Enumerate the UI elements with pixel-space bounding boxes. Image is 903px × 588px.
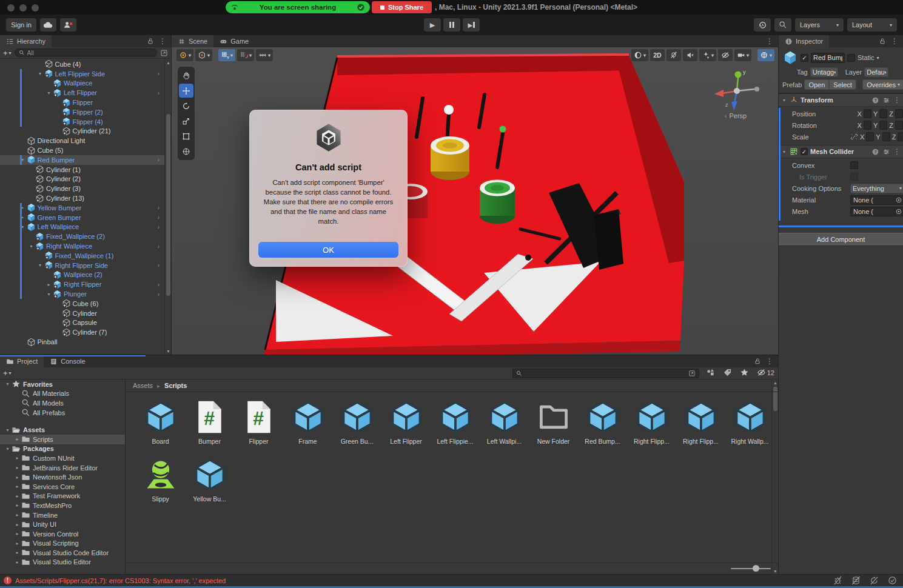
- expander-icon[interactable]: ▾: [4, 446, 12, 452]
- rotate-tool-button[interactable]: [179, 99, 193, 113]
- audio-off-icon[interactable]: [683, 49, 697, 61]
- layers-dropdown[interactable]: Layers▾: [795, 18, 844, 32]
- help-icon[interactable]: ?: [871, 96, 879, 104]
- axis-field-z[interactable]: [895, 121, 903, 130]
- status-bar[interactable]: ! Assets/Scripts/Flipper.cs(21,7): error…: [0, 574, 903, 586]
- asset-slippy[interactable]: Slippy: [136, 455, 185, 512]
- expander-icon[interactable]: ▾: [45, 90, 53, 96]
- hierarchy-item-capsule[interactable]: Capsule: [0, 318, 165, 328]
- button-2d[interactable]: 2D: [650, 49, 665, 61]
- search-by-label-icon[interactable]: [723, 368, 732, 377]
- asset-new-folder[interactable]: New Folder: [529, 397, 578, 455]
- hierarchy-item-left-wallpiece[interactable]: ▾Left Wallpiece›: [0, 222, 165, 232]
- projection-mode-label[interactable]: ‹Persp: [707, 112, 765, 119]
- cache-server-off-icon[interactable]: [851, 576, 861, 585]
- prefab-open-arrow[interactable]: ›: [158, 204, 159, 211]
- expander-icon[interactable]: ▸: [13, 522, 21, 527]
- expander-icon[interactable]: ▸: [45, 282, 53, 287]
- minimize-window-button[interactable]: [19, 4, 27, 12]
- scrollbar-thumb[interactable]: [166, 114, 170, 296]
- ok-button[interactable]: OK: [258, 242, 398, 258]
- project-tree-item-assets[interactable]: ▾Assets: [0, 425, 125, 435]
- component-menu-icon[interactable]: ⋮: [893, 147, 901, 156]
- hierarchy-item-flipper-4[interactable]: Flipper (4): [0, 117, 165, 127]
- expander-icon[interactable]: ▸: [13, 475, 21, 480]
- tab-game[interactable]: Game: [213, 35, 255, 47]
- bug-off-icon[interactable]: [833, 576, 842, 585]
- pan-tool-button[interactable]: [179, 68, 193, 82]
- asset-board[interactable]: Board: [136, 397, 185, 455]
- axis-field-x[interactable]: [866, 132, 874, 141]
- project-tree-item-all-prefabs[interactable]: All Prefabs: [0, 408, 125, 418]
- panel-menu-icon[interactable]: ⋮: [891, 37, 898, 45]
- favorites-star-icon[interactable]: [740, 368, 749, 377]
- expander-icon[interactable]: ▾: [4, 427, 12, 433]
- tab-project[interactable]: Project: [0, 355, 44, 367]
- object-field-material[interactable]: None (: [850, 195, 903, 205]
- object-picker-icon[interactable]: [895, 196, 902, 204]
- project-tree-item-scripts[interactable]: ▸Scripts: [0, 435, 125, 444]
- asset-bumper[interactable]: #Bumper: [185, 397, 234, 455]
- object-picker-icon[interactable]: [895, 208, 902, 215]
- lighting-off-icon[interactable]: [666, 49, 681, 61]
- expander-icon[interactable]: ▸: [13, 503, 21, 508]
- project-tree-item-visual-studio-editor[interactable]: ▸Visual Studio Editor: [0, 558, 125, 567]
- stop-share-button[interactable]: Stop Share: [372, 1, 432, 13]
- hierarchy-item-wallpiece-2[interactable]: Wallpiece (2): [0, 270, 165, 280]
- prefab-open-arrow[interactable]: ›: [158, 70, 159, 77]
- hierarchy-item-cylinder-21[interactable]: Cylinder (21): [0, 127, 165, 136]
- zoom-window-button[interactable]: [32, 4, 39, 12]
- visibility-off-icon[interactable]: [718, 49, 733, 61]
- component-enabled-checkbox[interactable]: ✓: [801, 148, 808, 155]
- panel-menu-icon[interactable]: ⋮: [766, 357, 773, 366]
- hierarchy-item-directional-light[interactable]: Directional Light: [0, 136, 165, 145]
- hierarchy-item-cube-6[interactable]: Cube (6): [0, 299, 165, 309]
- project-tree-item-custom-nunit[interactable]: ▸Custom NUnit: [0, 453, 125, 463]
- static-checkbox[interactable]: [847, 54, 855, 62]
- axis-field-y[interactable]: [879, 109, 887, 118]
- preset-icon[interactable]: [882, 148, 890, 156]
- asset-right-wallp[interactable]: Right Wallp...: [725, 397, 774, 455]
- preset-icon[interactable]: [882, 96, 890, 104]
- project-tree-item-version-control[interactable]: ▸Version Control: [0, 529, 125, 539]
- project-tree-item-services-core[interactable]: ▸Services Core: [0, 482, 125, 492]
- play-button[interactable]: ▶: [424, 18, 441, 32]
- hierarchy-scrollbar[interactable]: ▲ ▼: [164, 59, 171, 355]
- project-tree-item-all-models[interactable]: All Models: [0, 398, 125, 408]
- hierarchy-item-green-bumper[interactable]: ▸Green Bumper›: [0, 213, 165, 222]
- pause-button[interactable]: [443, 18, 460, 32]
- move-tool-button[interactable]: [179, 84, 193, 98]
- effects-icon[interactable]: ▾: [699, 49, 716, 61]
- hierarchy-item-right-flipper[interactable]: ▸Right Flipper›: [0, 279, 165, 289]
- hierarchy-item-flipper[interactable]: Flipper: [0, 98, 165, 107]
- hierarchy-item-plunger[interactable]: ▾Plunger›: [0, 289, 165, 299]
- expander-icon[interactable]: ▾: [36, 71, 44, 76]
- project-tree-item-jetbrains-rider-editor[interactable]: ▸JetBrains Rider Editor: [0, 463, 125, 473]
- hierarchy-item-flipper-2[interactable]: Flipper (2): [0, 107, 165, 117]
- hierarchy-item-left-flipper[interactable]: ▾Left Flipper›: [0, 88, 165, 98]
- expander-icon[interactable]: ▸: [13, 531, 21, 536]
- activity-check-icon[interactable]: [888, 576, 897, 585]
- hierarchy-item-left-flippier-side[interactable]: ▾Left Flippier Side›: [0, 69, 165, 79]
- prefab-open-arrow[interactable]: ›: [158, 90, 159, 96]
- asset-yellow-bu[interactable]: Yellow Bu...: [185, 455, 234, 512]
- hierarchy-item-cylinder-2[interactable]: Cylinder (2): [0, 175, 165, 184]
- open-search-window-icon[interactable]: [688, 370, 696, 377]
- checkbox-convex[interactable]: [850, 161, 858, 169]
- tab-hierarchy[interactable]: Hierarchy: [0, 35, 52, 47]
- project-tree-item-textmeshpro[interactable]: ▸TextMeshPro: [0, 501, 125, 510]
- axis-field-x[interactable]: [864, 109, 871, 118]
- asset-left-flippie[interactable]: Left Flippie...: [431, 397, 480, 455]
- hierarchy-item-fixed-wallpiece-2[interactable]: Fixed_Wallpiece (2): [0, 232, 165, 241]
- layer-dropdown[interactable]: Default▾: [864, 67, 888, 77]
- hierarchy-item-cube-5[interactable]: Cube (5): [0, 145, 165, 155]
- axis-field-y[interactable]: [882, 132, 890, 141]
- asset-left-flipper[interactable]: Left Flipper: [381, 397, 431, 455]
- expander-icon[interactable]: ▸: [13, 455, 21, 461]
- camera-icon[interactable]: ▾: [734, 49, 751, 61]
- create-object-button[interactable]: +▾: [3, 48, 12, 58]
- expander-icon[interactable]: ▸: [13, 465, 21, 470]
- panel-menu-icon[interactable]: ⋮: [159, 37, 166, 45]
- shading-mode-icon[interactable]: ▾: [631, 49, 648, 61]
- project-tree-item-favorites[interactable]: ▾Favorites: [0, 379, 125, 389]
